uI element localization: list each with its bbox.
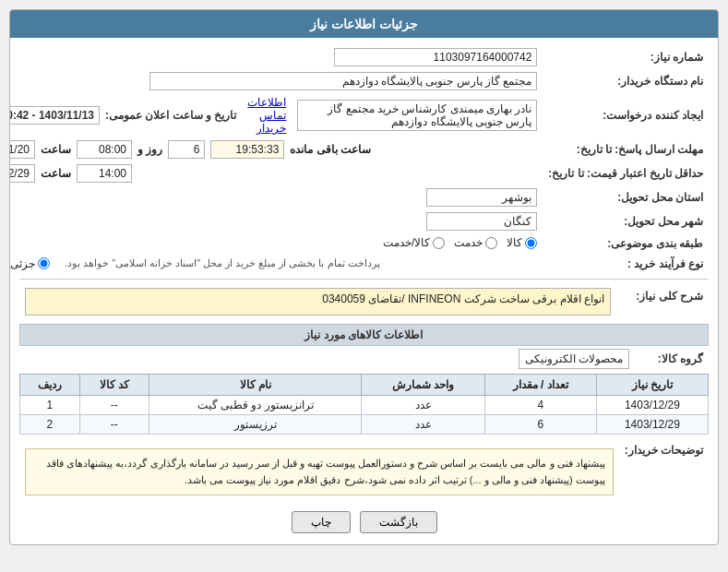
value-ijad: نادر بهاری میمندی کارشناس خرید مجتمع گاز…: [297, 100, 537, 131]
row-dastgah: نام دستگاه خریدار: مجتمع گاز پارس جنوبی …: [9, 69, 709, 93]
row-sherh: شرح کلی نیاز: انواع اقلام برقی ساخت شرکت…: [19, 285, 709, 318]
col-name: نام کالا: [149, 374, 362, 395]
cell-kod-2: --: [79, 414, 149, 434]
sherh-table: شرح کلی نیاز: انواع اقلام برقی ساخت شرکت…: [19, 285, 709, 318]
col-radif: ردیف: [20, 374, 80, 395]
cell-tedad-2: 6: [484, 414, 596, 434]
row-hadakal: حداقل تاریخ اعتبار قیمت: تا تاریخ: 1403/…: [9, 161, 709, 185]
bazgasht-button[interactable]: بازگشت: [360, 511, 437, 533]
kala-table: تاریخ نیاز تعداد / مقدار واحد شمارش نام …: [19, 374, 709, 435]
label-nooe: نوع فرآیند خرید :: [543, 255, 709, 273]
col-tarikh: تاریخ نیاز: [596, 374, 708, 395]
label-hadakal: حداقل تاریخ اعتبار قیمت: تا تاریخ:: [543, 161, 709, 185]
page-header: جزئیات اطلاعات نیاز: [10, 10, 718, 38]
tozih-value: پیشنهاد فنی و مالی می بایست بر اساس شرح …: [25, 448, 614, 495]
cell-vahed-1: عدد: [362, 395, 484, 414]
radio-khedmat[interactable]: خدمت: [454, 236, 497, 249]
cell-kod-1: --: [79, 395, 149, 414]
tarikh-value: 1403/11/13 - 10:42: [9, 106, 100, 125]
label-tozih: توضیحات خریدار:: [619, 440, 709, 504]
label-mande: ساعت باقی مانده: [290, 143, 371, 156]
row-nooe: نوع فرآیند خرید : متوسط جزئی: [9, 255, 709, 273]
group-kala-value: محصولات الکترونیکی: [519, 349, 629, 369]
label-shahr: شهر محل تحویل:: [543, 209, 709, 233]
col-vahed: واحد شمارش: [362, 374, 484, 395]
radio-kala-khedmat[interactable]: کالا/خدمت: [383, 236, 445, 249]
col-kod: کد کالا: [79, 374, 149, 395]
mohlat-date: 1403/11/20: [9, 140, 35, 159]
row-group-kala: گروه کالا: محصولات الکترونیکی: [19, 350, 709, 368]
chap-button[interactable]: چاپ: [292, 511, 351, 533]
ostan-value: بوشهر: [426, 188, 537, 207]
mohlat-rooz: 6: [168, 140, 205, 159]
table-row: 1403/12/29 6 عدد ترزیستور -- 2: [20, 414, 709, 434]
cell-name-1: ترانزیستور دو قطبی گیت: [149, 395, 362, 414]
value-shomare: 1103097164000742: [334, 48, 537, 66]
tabaqe-radio-group: کالا/خدمت خدمت کالا: [383, 236, 537, 249]
label-sherh: شرح کلی نیاز:: [616, 285, 709, 318]
label-tabaqe: طبقه بندی موضوعی:: [543, 233, 709, 255]
col-tedad: تعداد / مقدار: [484, 374, 596, 395]
sherh-value: انواع اقلام برقی ساخت شرکت INFINEON /تقا…: [25, 288, 611, 316]
button-row: بازگشت چاپ: [19, 511, 709, 533]
radio-jozi[interactable]: جزئی: [10, 257, 50, 270]
label-dastgah: نام دستگاه خریدار:: [543, 69, 709, 93]
group-kala-table: گروه کالا: محصولات الکترونیکی: [19, 350, 709, 368]
cell-tarikh-1: 1403/12/29: [596, 395, 708, 414]
table-row: 1403/12/29 4 عدد ترانزیستور دو قطبی گیت …: [20, 395, 709, 414]
value-dastgah: مجتمع گاز پارس جنوبی پالایشگاه دوازدهم: [149, 72, 537, 90]
page-wrapper: جزئیات اطلاعات نیاز شماره نیاز: 11030971…: [0, 0, 728, 572]
row-mohlat: مهلت ارسال پاسخ: تا تاریخ: 1403/11/20 سا…: [9, 137, 709, 161]
cell-name-2: ترزیستور: [149, 414, 362, 434]
page-title: جزئیات اطلاعات نیاز: [310, 17, 418, 31]
nooe-note: پرداخت تمام با بخشی از مبلغ خرید از محل …: [65, 257, 380, 269]
main-box: جزئیات اطلاعات نیاز شماره نیاز: 11030971…: [9, 9, 719, 545]
cell-radif-2: 2: [20, 414, 80, 434]
label-ijad: ایجاد کننده درخواست:: [543, 93, 709, 137]
label-tarikh: تاریخ و ساعت اعلان عمومی:: [105, 109, 236, 122]
cell-tedad-1: 4: [484, 395, 596, 414]
mohlat-mande: 19:53:33: [210, 140, 284, 159]
hadakal-saat: 14:00: [77, 164, 132, 183]
row-tozih: توضیحات خریدار: پیشنهاد فنی و مالی می با…: [19, 440, 709, 504]
label-shomare: شماره نیاز:: [543, 45, 709, 69]
kala-table-body: 1403/12/29 4 عدد ترانزیستور دو قطبی گیت …: [20, 395, 709, 434]
row-tabaqe: طبقه بندی موضوعی: کالا/خدمت خدمت: [9, 233, 709, 255]
cell-radif-1: 1: [20, 395, 80, 414]
info-kala-title: اطلاعات کالاهای مورد نیاز: [19, 324, 709, 346]
cell-tarikh-2: 1403/12/29: [596, 414, 708, 434]
row-ijad: ایجاد کننده درخواست: نادر بهاری میمندی ک…: [9, 93, 709, 137]
row-shahr: شهر محل تحویل: کنگان: [9, 209, 709, 233]
content-area: شماره نیاز: 1103097164000742 نام دستگاه …: [10, 38, 718, 544]
mohlat-saat: 08:00: [77, 140, 132, 159]
label-group-kala: گروه کالا:: [635, 350, 709, 368]
kala-table-head: تاریخ نیاز تعداد / مقدار واحد شمارش نام …: [20, 374, 709, 395]
label-ostan: استان محل تحویل:: [543, 185, 709, 209]
nooe-radio-group: متوسط جزئی: [9, 257, 50, 270]
row-shomare: شماره نیاز: 1103097164000742: [9, 45, 709, 69]
info-table: شماره نیاز: 1103097164000742 نام دستگاه …: [9, 45, 709, 273]
cell-vahed-2: عدد: [362, 414, 484, 434]
label-mohlat: مهلت ارسال پاسخ: تا تاریخ:: [543, 137, 709, 161]
radio-kala[interactable]: کالا: [507, 236, 537, 249]
tozih-table: توضیحات خریدار: پیشنهاد فنی و مالی می با…: [19, 440, 709, 504]
row-ostan: استان محل تحویل: بوشهر: [9, 185, 709, 209]
shahr-value: کنگان: [426, 212, 537, 231]
tamaas-link[interactable]: اطلاعات تماس خریدار: [247, 96, 286, 135]
divider1: [19, 279, 709, 280]
hadakal-date: 1403/12/29: [9, 164, 35, 183]
